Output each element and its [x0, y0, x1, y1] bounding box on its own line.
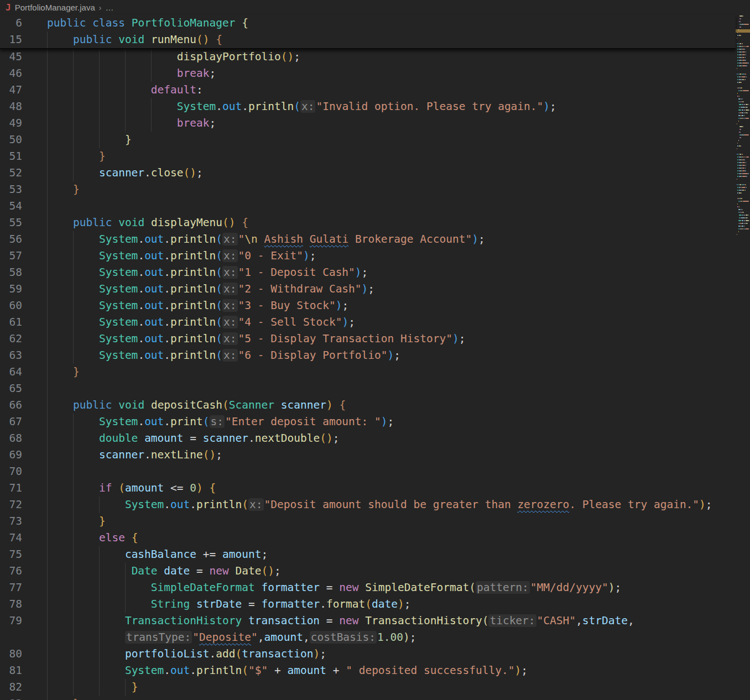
code-line[interactable]: 49 break;	[0, 115, 736, 132]
code-line-content[interactable]: System.out.println(x:"\n Ashish Gulati B…	[47, 231, 736, 248]
code-line[interactable]: 46 break;	[0, 65, 736, 82]
code-line[interactable]: 78 String strDate = formatter.format(dat…	[0, 596, 736, 613]
code-line[interactable]: 76 Date date = new Date();	[0, 563, 736, 579]
line-number[interactable]: 52	[0, 165, 47, 181]
code-line[interactable]: 83 }	[0, 696, 736, 700]
code-line[interactable]: 57 System.out.println(x:"0 - Exit");	[0, 248, 736, 264]
code-line-content[interactable]: }	[47, 148, 736, 165]
code-line-content[interactable]: }	[47, 696, 736, 700]
minimap[interactable]	[736, 15, 750, 243]
code-line[interactable]: 77 SimpleDateFormat formatter = new Simp…	[0, 579, 736, 596]
code-line[interactable]: 45 displayPortfolio();	[0, 49, 736, 65]
code-line[interactable]: 56 System.out.println(x:"\n Ashish Gulat…	[0, 231, 736, 248]
line-number[interactable]: 82	[0, 679, 47, 696]
code-line[interactable]: 82 }	[0, 679, 736, 696]
line-number[interactable]: 70	[0, 463, 47, 480]
code-line-content[interactable]: default:	[47, 82, 736, 98]
code-line[interactable]: 81 System.out.println("$" + amount + " d…	[0, 662, 736, 679]
line-number[interactable]: 73	[0, 513, 47, 530]
code-line-content[interactable]: }	[47, 181, 736, 198]
line-number[interactable]: 50	[0, 132, 47, 148]
code-line-content[interactable]: public void displayMenu() {	[47, 215, 736, 231]
line-number[interactable]: 71	[0, 480, 47, 497]
line-number[interactable]: 69	[0, 447, 47, 463]
code-line[interactable]: 6public class PortfolioManager {	[0, 15, 736, 32]
code-line[interactable]: 66 public void depositCash(Scanner scann…	[0, 397, 736, 414]
line-number[interactable]: 58	[0, 264, 47, 281]
code-line[interactable]: 69 scanner.nextLine();	[0, 447, 736, 463]
line-number[interactable]: 45	[0, 49, 47, 65]
code-line[interactable]: 48 System.out.println(x:"Invalid option.…	[0, 98, 736, 115]
code-line-content[interactable]: System.out.println(x:"4 - Sell Stock");	[47, 314, 736, 331]
code-line-content[interactable]: }	[47, 132, 736, 148]
code-line-content[interactable]: break;	[47, 65, 736, 82]
code-line-content[interactable]: System.out.println(x:"6 - Display Portfo…	[47, 347, 736, 364]
code-line-content[interactable]: displayPortfolio();	[47, 49, 736, 65]
line-number[interactable]: 62	[0, 331, 47, 347]
line-number[interactable]: 68	[0, 430, 47, 447]
code-line-content[interactable]: portfolioList.add(transaction);	[47, 646, 736, 662]
code-line-content[interactable]: SimpleDateFormat formatter = new SimpleD…	[47, 579, 736, 596]
line-number[interactable]: 60	[0, 297, 47, 314]
code-line-content[interactable]: }	[47, 364, 736, 380]
line-number[interactable]: 54	[0, 198, 47, 215]
sticky-scroll[interactable]: 6public class PortfolioManager {15 publi…	[0, 15, 736, 49]
code-line-content[interactable]: double amount = scanner.nextDouble();	[47, 430, 736, 447]
code-line[interactable]: 60 System.out.println(x:"3 - Buy Stock")…	[0, 297, 736, 314]
code-line-content[interactable]	[47, 380, 736, 397]
line-number[interactable]: 46	[0, 65, 47, 82]
line-number[interactable]	[0, 629, 47, 646]
line-number[interactable]: 67	[0, 414, 47, 430]
line-number[interactable]: 48	[0, 98, 47, 115]
line-number[interactable]: 49	[0, 115, 47, 132]
line-number[interactable]: 57	[0, 248, 47, 264]
line-number[interactable]: 61	[0, 314, 47, 331]
code-line-content[interactable]	[47, 198, 736, 215]
code-line-content[interactable]: System.out.println(x:"0 - Exit");	[47, 248, 736, 264]
code-line-content[interactable]: TransactionHistory transaction = new Tra…	[47, 613, 736, 629]
code-line[interactable]: 53 }	[0, 181, 736, 198]
code-line-content[interactable]: public class PortfolioManager {	[47, 15, 736, 32]
line-number[interactable]: 72	[0, 497, 47, 513]
code-line[interactable]: 62 System.out.println(x:"5 - Display Tra…	[0, 331, 736, 347]
code-line-content[interactable]: System.out.println(x:"Invalid option. Pl…	[47, 98, 736, 115]
code-line[interactable]: 61 System.out.println(x:"4 - Sell Stock"…	[0, 314, 736, 331]
code-line[interactable]: transType:"Deposite",amount,costBasis:1.…	[0, 629, 736, 646]
code-line-content[interactable]: System.out.println(x:"2 - Withdraw Cash"…	[47, 281, 736, 297]
code-line-content[interactable]: System.out.println(x:"1 - Deposit Cash")…	[47, 264, 736, 281]
code-line[interactable]: 71 if (amount <= 0) {	[0, 480, 736, 497]
code-line[interactable]: 59 System.out.println(x:"2 - Withdraw Ca…	[0, 281, 736, 297]
code-line-content[interactable]: System.out.println(x:"Deposit amount sho…	[47, 497, 736, 513]
code-line-content[interactable]: if (amount <= 0) {	[47, 480, 736, 497]
code-line[interactable]: 74 else {	[0, 530, 736, 546]
code-line-content[interactable]: Date date = new Date();	[47, 563, 736, 579]
line-number[interactable]: 56	[0, 231, 47, 248]
code-area[interactable]: 45 displayPortfolio();46 break;47 defaul…	[0, 15, 736, 700]
line-number[interactable]: 6	[0, 15, 47, 32]
line-number[interactable]: 55	[0, 215, 47, 231]
line-number[interactable]: 83	[0, 696, 47, 700]
code-line-content[interactable]: System.out.println("$" + amount + " depo…	[47, 662, 736, 679]
code-line-content[interactable]: break;	[47, 115, 736, 132]
line-number[interactable]: 74	[0, 530, 47, 546]
code-line-content[interactable]: System.out.print(s:"Enter deposit amount…	[47, 414, 736, 430]
code-line[interactable]: 55 public void displayMenu() {	[0, 215, 736, 231]
line-number[interactable]: 76	[0, 563, 47, 579]
code-line-content[interactable]: }	[47, 679, 736, 696]
code-line-content[interactable]: public void runMenu() {	[47, 32, 736, 48]
code-line-content[interactable]: else {	[47, 530, 736, 546]
code-line[interactable]: 51 }	[0, 148, 736, 165]
line-number[interactable]: 66	[0, 397, 47, 414]
line-number[interactable]: 77	[0, 579, 47, 596]
code-line[interactable]: 73 }	[0, 513, 736, 530]
line-number[interactable]: 63	[0, 347, 47, 364]
code-line[interactable]: 47 default:	[0, 82, 736, 98]
code-lines[interactable]: 45 displayPortfolio();46 break;47 defaul…	[0, 49, 736, 700]
line-number[interactable]: 59	[0, 281, 47, 297]
code-line-content[interactable]: System.out.println(x:"5 - Display Transa…	[47, 331, 736, 347]
line-number[interactable]: 78	[0, 596, 47, 613]
code-line-content[interactable]: scanner.close();	[47, 165, 736, 181]
code-line-content[interactable]: transType:"Deposite",amount,costBasis:1.…	[47, 629, 736, 646]
code-line-content[interactable]: cashBalance += amount;	[47, 546, 736, 563]
code-line[interactable]: 50 }	[0, 132, 736, 148]
